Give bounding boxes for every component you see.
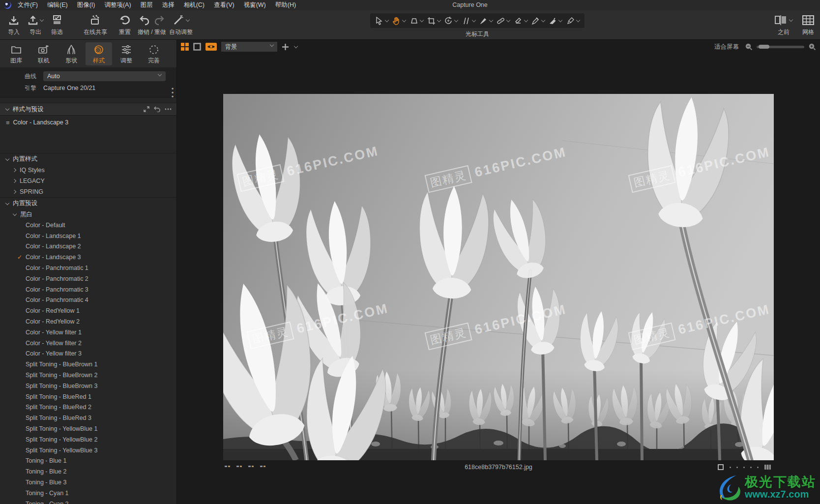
checkmark-icon: ✓ [17, 318, 26, 325]
preset-item[interactable]: ✓ Split Toning - YellowBlue 1 [0, 423, 176, 434]
preset-item[interactable]: ✓ Split Toning - BlueRed 3 [0, 413, 176, 423]
preset-item[interactable]: ✓ Toning - Blue 3 [0, 477, 176, 488]
background-select[interactable]: 背景 [221, 42, 277, 52]
photo-canvas[interactable]: 图精灵616PIC.COM 图精灵616PIC.COM 图精灵616PIC.CO… [223, 94, 774, 460]
zoom-slider[interactable] [757, 46, 804, 48]
reset-button[interactable]: 重置 [116, 10, 134, 36]
proof-view-icon[interactable] [205, 43, 217, 51]
multi-view-icon[interactable] [181, 43, 189, 51]
preset-item[interactable]: ✓ Split Toning - YellowBlue 2 [0, 434, 176, 445]
preset-item[interactable]: ✓ Split Toning - YellowBlue 3 [0, 445, 176, 456]
preset-item[interactable]: ✓ Color - Yellow filter 2 [0, 338, 176, 349]
preset-item[interactable]: ✓ Toning - Blue 1 [0, 456, 176, 467]
menu-item[interactable]: 帮助(H) [275, 1, 296, 9]
fill-tool[interactable] [549, 17, 562, 25]
preset-item[interactable]: ✓ Color - Panchromatic 4 [0, 295, 176, 306]
style-group-item[interactable]: IQ Styles [0, 165, 176, 176]
preset-item[interactable]: ✓ Color - RedYellow 2 [0, 316, 176, 327]
crop-tool[interactable] [427, 17, 440, 25]
sidebar-overflow-menu-icon[interactable]: ••• [170, 87, 175, 99]
zoom-slider-handle[interactable] [759, 45, 769, 49]
chevron-down-icon[interactable] [294, 44, 298, 48]
preset-item[interactable]: ✓ Color - Panchromatic 1 [0, 263, 176, 273]
undo-redo-button[interactable]: 撤销 / 重做 [138, 10, 166, 36]
styles-presets-header[interactable]: 样式与预设 [0, 103, 176, 116]
preset-item[interactable]: ✓ Split Toning - BlueRed 1 [0, 391, 176, 402]
menu-item[interactable]: 文件(F) [18, 1, 38, 9]
heal-tool[interactable] [497, 17, 510, 25]
before-after-button[interactable]: 之前 [775, 10, 792, 36]
import-button[interactable]: 导入 [5, 10, 23, 36]
add-view-icon[interactable] [282, 43, 289, 51]
rotate-tool[interactable] [444, 17, 458, 25]
checkmark-icon: ✓ [17, 350, 26, 357]
applied-style-row[interactable]: ≡ Color - Landscape 3 [0, 116, 176, 129]
style-group-item[interactable]: LEGACY [0, 176, 176, 186]
brush-tool[interactable] [479, 17, 493, 25]
builtin-presets-header[interactable]: 内置预设 [0, 197, 176, 209]
zoom-out-icon[interactable] [745, 43, 753, 51]
zoom-in-icon[interactable] [808, 43, 816, 51]
menu-item[interactable]: 图像(I) [77, 1, 95, 9]
curve-label: 曲线 [0, 72, 43, 81]
tab-library[interactable]: 图库 [3, 42, 29, 65]
menu-bar: 文件(F)编辑(E)图像(I)调整项(A)图层选择相机(C)查看(V)视窗(W)… [0, 0, 820, 10]
engine-label: 引擎 [0, 84, 43, 92]
grid-button[interactable]: 网格 [799, 10, 817, 36]
eraser-tool[interactable] [514, 17, 527, 25]
style-group-item[interactable]: SPRING [0, 186, 176, 197]
preset-item[interactable]: ✓ Split Toning - BlueRed 2 [0, 402, 176, 413]
preset-item[interactable]: ✓ Split Toning - BlueBrown 2 [0, 370, 176, 381]
preset-item[interactable]: ✓ Toning - Cyan 1 [0, 488, 176, 499]
tab-refine[interactable]: 完善 [141, 42, 167, 65]
menu-item[interactable]: 视窗(W) [244, 1, 266, 9]
preset-item[interactable]: ✓ Toning - Blue 2 [0, 466, 176, 477]
dropper-tool[interactable] [531, 17, 545, 25]
more-options-icon[interactable] [165, 108, 172, 110]
menu-item[interactable]: 查看(V) [214, 1, 234, 9]
export-button[interactable]: 导出 [27, 10, 44, 36]
select-tool[interactable] [375, 17, 388, 25]
menu-item[interactable]: 编辑(E) [47, 1, 68, 9]
straighten-tool[interactable] [462, 17, 475, 25]
tab-adjustments[interactable]: 调整 [113, 42, 140, 65]
auto-adjust-button[interactable]: 自动调整 [169, 10, 193, 36]
menu-item[interactable]: 图层 [141, 1, 153, 9]
chevron-down-icon [5, 107, 9, 111]
filter-button[interactable]: 筛选 [48, 10, 66, 36]
preset-item[interactable]: ✓ Color - Default [0, 220, 176, 231]
loupe-tool[interactable] [410, 17, 423, 25]
fit-screen-label[interactable]: 适合屏幕 [714, 43, 739, 51]
pen-tool[interactable] [566, 17, 580, 25]
preset-item[interactable]: ✓ Color - Yellow filter 1 [0, 327, 176, 338]
menu-item[interactable]: 选择 [162, 1, 175, 9]
preset-item[interactable]: ✓ Color - Panchromatic 2 [0, 273, 176, 284]
viewer-mode-icon[interactable] [718, 464, 724, 470]
checkmark-icon: ✓ [17, 479, 26, 486]
reset-adjustments-icon[interactable] [154, 106, 160, 112]
preset-item[interactable]: ✓ Split Toning - BlueBrown 3 [0, 381, 176, 391]
builtin-styles-header[interactable]: 内置样式 [0, 153, 176, 165]
preset-item[interactable]: ✓ Color - Landscape 3 [0, 252, 176, 263]
tab-tether[interactable]: 联机 [30, 42, 57, 65]
chevron-right-icon [12, 168, 16, 172]
preset-item[interactable]: ✓ Color - Panchromatic 3 [0, 284, 176, 295]
filmstrip-icon[interactable] [764, 465, 771, 470]
preset-item[interactable]: ✓ Color - Landscape 2 [0, 241, 176, 252]
menu-item[interactable]: 相机(C) [184, 1, 205, 9]
preset-item[interactable]: ✓ Toning - Cyan 2 [0, 499, 176, 504]
tab-shapes[interactable]: 形状 [58, 42, 85, 65]
preset-item[interactable]: ✓ Color - Landscape 1 [0, 231, 176, 241]
pan-tool[interactable] [392, 17, 406, 25]
single-view-icon[interactable] [193, 43, 201, 51]
tab-styles[interactable]: 样式 [86, 42, 112, 65]
online-share-button[interactable]: 在线共享 [77, 10, 114, 36]
nav-dots[interactable] [730, 467, 759, 468]
menu-item[interactable]: 调整项(A) [104, 1, 131, 9]
expand-icon[interactable] [144, 106, 149, 112]
preset-item[interactable]: ✓ Split Toning - BlueBrown 1 [0, 359, 176, 370]
preset-item[interactable]: ✓ Color - Yellow filter 3 [0, 349, 176, 359]
bw-presets-group[interactable]: 黑白 [0, 209, 176, 220]
curve-select[interactable]: Auto [43, 71, 166, 81]
preset-item[interactable]: ✓ Color - RedYellow 1 [0, 305, 176, 316]
